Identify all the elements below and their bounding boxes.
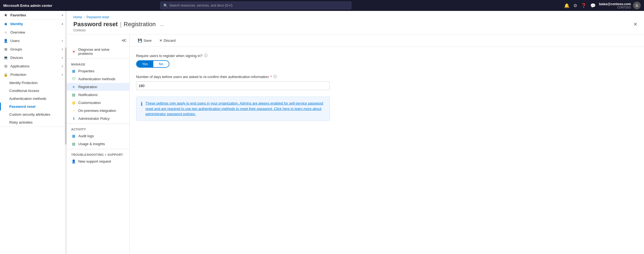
notifications-icon[interactable]: 🔔 [564,3,570,8]
main-panel: 💾 Save ✕ Discard Require users to regist… [130,35,644,254]
troubleshooting-section-label: Troubleshooting + Support [67,150,129,157]
sidebar-item-auth-methods[interactable]: Authentication methods [0,95,67,103]
required-indicator: * [270,75,272,79]
settings-icon[interactable]: ⚙ [573,3,577,8]
identity-label: Identity [10,22,23,26]
search-bar[interactable]: 🔍 [160,2,351,9]
close-button[interactable]: ✕ [633,21,637,27]
overview-icon: ○ [3,30,8,34]
users-icon: 👤 [3,39,8,43]
user-info[interactable]: balas@contoso.com CONTOSO B [599,2,641,9]
protection-icon: 🔒 [3,73,8,77]
diagnose-item[interactable]: ✕ Diagnose and solve problems [67,46,129,58]
favorites-section: ★ Favorites ∨ [0,11,67,20]
feedback-icon[interactable]: 💬 [590,3,596,8]
breadcrumb-separator: › [84,15,85,19]
sidebar-divider-1 [67,59,129,59]
scrollbar-thumb[interactable] [65,47,67,145]
breadcrumb-home[interactable]: Home [73,15,82,19]
sidebar-item-risky-activities[interactable]: Risky activities [0,118,67,126]
overview-label: Overview [10,30,25,34]
info-box-text: These settings only apply to end users i… [145,101,325,117]
risky-activities-label: Risky activities [9,120,32,124]
second-sidebar-new-support[interactable]: 👤 New support request [67,157,129,165]
diagnose-label: Diagnose and solve problems [78,47,125,56]
second-sidebar-properties[interactable]: ▦ Properties [67,67,129,75]
page-org: Contoso [73,28,637,32]
customization-icon: ▦ [71,101,76,105]
sidebar-item-password-reset[interactable]: Password reset [0,103,67,110]
sidebar-item-applications[interactable]: ⊟ Applications ∨ [0,62,67,70]
sidebar-item-devices[interactable]: 💻 Devices ∨ [0,53,67,62]
page-header: Home › Password reset Password reset | R… [67,11,644,35]
sidebar-item-overview[interactable]: ○ Overview [0,28,67,37]
sidebar-item-groups[interactable]: ⊞ Groups ∨ [0,45,67,53]
breadcrumb-section[interactable]: Password reset [86,15,109,19]
app-title: Microsoft Entra admin center [3,4,52,8]
info-box-link[interactable]: These settings only apply to end users i… [145,101,323,116]
groups-chevron-icon: ∨ [61,48,63,51]
days-input[interactable] [136,81,330,90]
nav-icons: 🔔 ⚙ ❓ 💬 [564,3,596,8]
audit-logs-label: Audit logs [78,134,94,138]
second-sidebar-audit-logs[interactable]: ▦ Audit logs [67,132,129,140]
discard-button[interactable]: ✕ Discard [158,37,177,44]
require-register-label: Require users to register when signing i… [136,54,202,58]
info-box-icon: ℹ [141,101,143,107]
applications-icon: ⊟ [3,64,8,68]
content-area: Home › Password reset Password reset | R… [67,11,644,254]
info-box: ℹ These settings only apply to end users… [136,97,330,121]
save-button[interactable]: 💾 Save [136,37,153,44]
days-label-row: Number of days before users are asked to… [136,74,637,79]
sidebar-item-conditional-access[interactable]: Conditional Access [0,87,67,95]
sidebar-divider-2 [67,124,129,124]
collapse-sidebar-button[interactable]: ≪ [121,37,127,43]
conditional-access-label: Conditional Access [9,89,39,93]
admin-policy-icon: ℹ [71,116,76,121]
registration-icon: ≡ [71,85,76,89]
second-sidebar-auth-methods[interactable]: 🛡 Authentication methods [67,75,129,83]
discard-label: Discard [164,38,176,43]
title-separator: | [120,21,122,28]
days-info-icon[interactable]: ⓘ [273,74,277,79]
ellipsis-button[interactable]: ... [160,22,164,27]
second-sidebar-on-premises[interactable]: ↔ On-premises integration [67,107,129,115]
second-sidebar-customization[interactable]: ▦ Customization [67,99,129,107]
require-register-section: Require users to register when signing i… [136,53,637,68]
main-layout: ★ Favorites ∨ ◈ Identity ∧ ○ Overview 👤 … [0,11,644,254]
usage-insights-icon: ▤ [71,142,76,146]
devices-icon: 💻 [3,56,8,60]
discard-icon: ✕ [159,38,162,43]
auth-methods-icon: 🛡 [71,77,76,81]
sidebar-item-protection[interactable]: 🔒 Protection ∧ [0,70,67,79]
sidebar-item-custom-security[interactable]: Custom security attributes [0,110,67,118]
properties-label: Properties [78,69,94,73]
toggle-no-button[interactable]: No [153,61,169,67]
require-register-question: Require users to register when signing i… [136,53,637,58]
second-sidebar-registration[interactable]: ≡ Registration [67,83,129,91]
favorites-label: Favorites [10,13,26,17]
identity-protection-label: Identity Protection [9,81,38,85]
help-icon[interactable]: ❓ [581,3,586,8]
new-support-label: New support request [78,159,111,163]
protection-label: Protection [10,73,26,77]
sidebar-item-identity[interactable]: ◈ Identity ∧ [0,20,67,28]
search-input[interactable] [169,4,348,7]
toggle-yes-button[interactable]: Yes [137,61,153,67]
sidebar-item-favorites[interactable]: ★ Favorites ∨ [0,11,67,19]
applications-label: Applications [10,64,29,68]
customization-label: Customization [78,101,101,105]
second-sidebar-usage-insights[interactable]: ▤ Usage & insights [67,140,129,148]
sidebar-item-identity-protection[interactable]: Identity Protection [0,79,67,87]
second-sidebar-admin-policy[interactable]: ℹ Administrator Policy [67,115,129,122]
on-premises-label: On-premises integration [78,109,116,113]
chevron-down-icon: ∨ [61,14,63,17]
second-sidebar: ≪ ✕ Diagnose and solve problems Manage ▦… [67,35,130,254]
avatar[interactable]: B [633,2,641,9]
second-sidebar-notifications[interactable]: ▤ Notifications [67,91,129,99]
save-icon: 💾 [138,38,142,43]
sidebar-item-users[interactable]: 👤 Users ∨ [0,37,67,45]
require-register-info-icon[interactable]: ⓘ [204,53,208,58]
top-navigation: Microsoft Entra admin center 🔍 🔔 ⚙ ❓ 💬 b… [0,0,644,11]
groups-label: Groups [10,47,22,51]
